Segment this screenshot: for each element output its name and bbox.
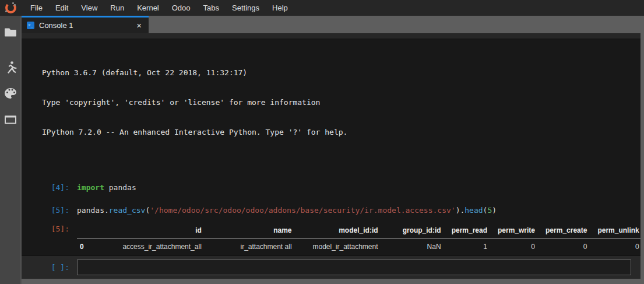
kernel-banner: Python 3.6.7 (default, Oct 22 2018, 11:3…	[42, 48, 641, 157]
input-prompt: [5]:	[22, 205, 77, 215]
column-header: perm_create	[540, 223, 592, 239]
table-cell: model_ir_attachment	[297, 239, 383, 255]
tab-label: Console 1	[39, 21, 135, 30]
table-cell: 0	[592, 239, 641, 255]
tab-close-icon[interactable]: ×	[135, 21, 143, 30]
column-header: id	[89, 223, 207, 239]
open-tabs-icon[interactable]	[3, 113, 17, 127]
console-input-row: [ ]:	[22, 255, 641, 279]
table-cell: ir_attachment all	[207, 239, 297, 255]
code-cell: [4]: import pandas	[22, 183, 641, 192]
tab-console-1[interactable]: >_ Console 1 ×	[22, 16, 149, 33]
menu-tabs[interactable]: Tabs	[197, 1, 226, 15]
menu-settings[interactable]: Settings	[226, 1, 266, 15]
code-line: pandas.read_csv('/home/odoo/src/odoo/odo…	[77, 205, 497, 215]
pending-input-prompt: [ ]:	[22, 263, 77, 272]
tab-bar: >_ Console 1 ×	[22, 16, 641, 33]
menu-help[interactable]: Help	[266, 1, 294, 15]
banner-line: Type 'copyright', 'credits' or 'license'…	[42, 97, 641, 107]
banner-line: Python 3.6.7 (default, Oct 22 2018, 11:3…	[42, 68, 641, 78]
menu-view[interactable]: View	[75, 1, 104, 15]
table-cell: 0	[492, 239, 540, 255]
column-header: perm_read	[446, 223, 492, 239]
column-header: perm_unlink	[592, 223, 641, 239]
console-toolbar	[22, 33, 641, 38]
menu-odoo[interactable]: Odoo	[166, 1, 197, 15]
menu-run[interactable]: Run	[104, 1, 131, 15]
console-panel: Python 3.6.7 (default, Oct 22 2018, 11:3…	[22, 33, 641, 279]
dock-area: >_ Console 1 × Python 3.6.7 (default, Oc…	[22, 16, 644, 284]
menu-kernel[interactable]: Kernel	[131, 1, 166, 15]
console-scroll-area[interactable]: Python 3.6.7 (default, Oct 22 2018, 11:3…	[22, 38, 641, 255]
dataframe-table: idnamemodel_id:idgroup_id:idperm_readper…	[77, 223, 641, 255]
menu-file[interactable]: File	[24, 1, 49, 15]
menu-bar: File Edit View Run Kernel Odoo Tabs Sett…	[0, 0, 644, 16]
running-sessions-icon[interactable]	[3, 60, 17, 74]
code-cell: [5]: pandas.read_csv('/home/odoo/src/odo…	[22, 205, 641, 215]
odoo-sh-logo-icon	[5, 2, 16, 13]
output-cell: [5]: idnamemodel_id:idgroup_id:idperm_re…	[22, 224, 641, 255]
command-palette-icon[interactable]	[3, 86, 17, 100]
console-input-box[interactable]	[77, 260, 631, 275]
left-sidebar	[0, 16, 22, 284]
input-prompt: [4]:	[22, 183, 77, 192]
column-header: group_id:id	[383, 223, 446, 239]
menu-edit[interactable]: Edit	[49, 1, 75, 15]
file-browser-icon[interactable]	[3, 25, 17, 39]
output-prompt: [5]:	[22, 224, 77, 234]
table-cell: 1	[446, 239, 492, 255]
table-cell: NaN	[383, 239, 446, 255]
console-icon: >_	[27, 22, 34, 29]
console-input[interactable]	[78, 260, 631, 275]
table-row: 0access_ir_attachment_allir_attachment a…	[77, 239, 641, 255]
row-index: 0	[77, 239, 89, 255]
code-line: import pandas	[77, 183, 136, 192]
table-cell: 0	[540, 239, 592, 255]
column-header: name	[207, 223, 297, 239]
table-cell: access_ir_attachment_all	[89, 239, 207, 255]
column-header: perm_write	[492, 223, 540, 239]
banner-line: IPython 7.2.0 -- An enhanced Interactive…	[42, 127, 641, 137]
column-header: model_id:id	[297, 223, 383, 239]
